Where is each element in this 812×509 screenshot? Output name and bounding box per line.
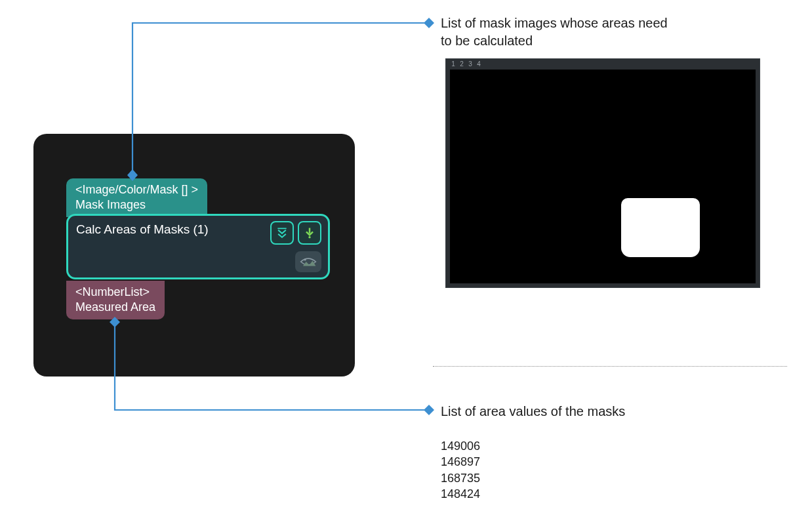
area-values-list: 149006 146897 168735 148424 [441, 438, 480, 502]
diamond-marker-icon [424, 18, 434, 28]
annotation-input: List of mask images whose areas need to … [441, 14, 668, 50]
preview-tab[interactable]: 2 [458, 60, 465, 68]
annotation-output-text: List of area values of the masks [441, 404, 625, 418]
svg-point-1 [304, 258, 306, 260]
annotation-input-line1: List of mask images whose areas need [441, 14, 668, 32]
download-button[interactable] [298, 221, 321, 245]
eye-image-icon [300, 255, 317, 268]
node-title: Calc Areas of Masks (1) [76, 221, 209, 237]
preview-tab[interactable]: 1 [450, 60, 457, 68]
output-port-type: <NumberList> [75, 285, 155, 300]
area-value: 149006 [441, 438, 480, 454]
input-port[interactable]: <Image/Color/Mask [] > Mask Images [66, 178, 207, 217]
area-value: 148424 [441, 486, 480, 502]
double-chevron-down-icon [275, 226, 289, 239]
diamond-marker-icon [424, 405, 434, 415]
output-port[interactable]: <NumberList> Measured Area [66, 281, 165, 319]
mask-blob [621, 198, 700, 257]
node-card: <Image/Color/Mask [] > Mask Images Calc … [33, 134, 355, 377]
svg-point-0 [308, 236, 310, 238]
input-port-name: Mask Images [75, 197, 198, 213]
image-preview-panel: 1 2 3 4 [445, 58, 760, 288]
preview-tab[interactable]: 4 [476, 60, 482, 68]
image-preview-tabs: 1 2 3 4 [446, 59, 760, 69]
output-port-name: Measured Area [75, 300, 155, 315]
input-port-type: <Image/Color/Mask [] > [75, 182, 198, 197]
divider [433, 366, 787, 367]
preview-button[interactable] [295, 251, 321, 272]
preview-tab[interactable]: 3 [467, 60, 474, 68]
area-value: 168735 [441, 470, 480, 486]
download-icon [303, 226, 316, 239]
area-value: 146897 [441, 454, 480, 470]
image-preview-canvas [450, 70, 756, 283]
expand-button[interactable] [270, 221, 294, 245]
annotation-output: List of area values of the masks [441, 403, 625, 420]
annotation-input-line2: to be calculated [441, 32, 668, 50]
node-body[interactable]: Calc Areas of Masks (1) [66, 214, 330, 279]
